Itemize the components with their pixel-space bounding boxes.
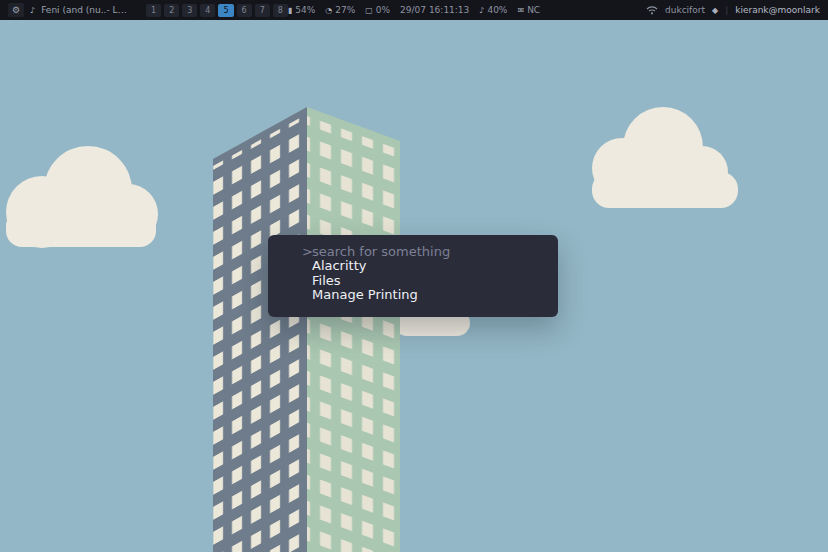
bar-right-section: dukcifort ◆ | kierank@moonlark <box>540 5 820 15</box>
status-bar: ⚙ ♪ Feni (and (nu..- LAN) 1 2 3 4 5 6 7 … <box>0 0 828 20</box>
building-left-windows <box>213 114 307 552</box>
volume-status[interactable]: ♪ 40% <box>479 5 507 15</box>
prompt-caret: > <box>302 244 312 259</box>
launcher-item-files[interactable]: Files <box>302 274 546 289</box>
workspace-button[interactable]: 7 <box>255 4 270 17</box>
battery-status: ▮ 54% <box>288 5 315 15</box>
tray-diamond-icon: ◆ <box>712 6 718 15</box>
cpu-status: ◔ 27% <box>325 5 355 15</box>
workspace-button[interactable]: 2 <box>164 4 179 17</box>
wifi-icon <box>646 5 658 15</box>
battery-icon: ▮ <box>288 6 292 15</box>
battery-percent: 54% <box>295 5 315 15</box>
memory-percent: 0% <box>376 5 390 15</box>
workspace-button-active[interactable]: 5 <box>218 4 233 17</box>
clock: 29/07 16:11:13 <box>400 5 469 15</box>
volume-percent: 40% <box>487 5 507 15</box>
workspace-switcher: 1 2 3 4 5 6 7 8 <box>146 4 288 17</box>
wifi-ssid[interactable]: dukcifort <box>665 5 705 15</box>
settings-gear-icon[interactable]: ⚙ <box>8 3 24 17</box>
launcher-search-input[interactable]: > search for something <box>302 244 546 259</box>
music-note-icon: ♪ <box>30 6 35 15</box>
launcher-item-alacritty[interactable]: Alacritty <box>302 259 546 274</box>
workspace-button[interactable]: 3 <box>182 4 197 17</box>
bar-left-section: ⚙ ♪ Feni (and (nu..- LAN) 1 2 3 4 5 6 7 … <box>8 3 288 17</box>
search-placeholder: search for something <box>312 244 450 259</box>
bar-separator: | <box>725 5 728 15</box>
cpu-percent: 27% <box>335 5 355 15</box>
skyscraper-building <box>213 107 400 552</box>
mail-status-text: NC <box>527 5 540 15</box>
workspace-button[interactable]: 6 <box>237 4 252 17</box>
workspace-button[interactable]: 4 <box>200 4 215 17</box>
logged-in-user: kierank@moonlark <box>735 5 820 15</box>
memory-icon: ▢ <box>365 6 373 15</box>
now-playing-title[interactable]: Feni (and (nu..- LAN) <box>41 5 130 15</box>
cpu-icon: ◔ <box>325 6 332 15</box>
bar-status-section: ▮ 54% ◔ 27% ▢ 0% 29/07 16:11:13 ♪ 40% ✉ … <box>288 5 540 15</box>
mail-status: ✉ NC <box>517 5 540 15</box>
workspace-button[interactable]: 1 <box>146 4 161 17</box>
building-right-windows <box>307 116 400 552</box>
volume-icon: ♪ <box>479 6 484 15</box>
mail-icon: ✉ <box>517 6 524 15</box>
clock-text: 29/07 16:11:13 <box>400 5 469 15</box>
workspace-button[interactable]: 8 <box>273 4 288 17</box>
memory-status: ▢ 0% <box>365 5 390 15</box>
app-launcher: > search for something Alacritty Files M… <box>268 235 558 317</box>
launcher-item-manage-printing[interactable]: Manage Printing <box>302 288 546 303</box>
